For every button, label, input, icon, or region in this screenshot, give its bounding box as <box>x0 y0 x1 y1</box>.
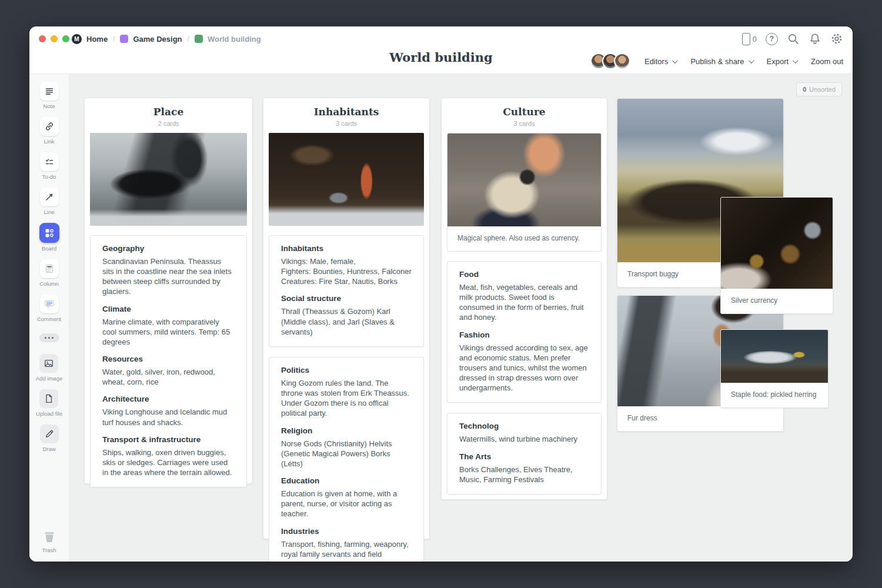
tool-column[interactable]: Column <box>39 259 59 287</box>
tool-add-image[interactable]: Add image <box>36 354 62 382</box>
trash-dropzone[interactable]: Trash <box>42 529 57 553</box>
tool-draw-label: Draw <box>42 446 55 452</box>
section-body: King Gozom rules the land. The throne wa… <box>281 378 412 419</box>
inhabitants-notes-card[interactable]: Inhabitants Vikings: Male, female, Fight… <box>269 235 424 347</box>
image-caption: Staple food: pickled herring <box>721 383 828 407</box>
column-title: Culture <box>447 106 602 118</box>
breadcrumb-game-design-label: Game Design <box>133 35 182 44</box>
minimize-window-button[interactable] <box>51 35 58 42</box>
staple-food-card[interactable]: Staple food: pickled herring <box>720 329 828 408</box>
column-culture[interactable]: Culture 3 cards Magical sphere. Also use… <box>441 98 607 500</box>
device-count: 0 <box>753 35 757 44</box>
more-icon <box>45 337 46 339</box>
publish-share-label: Publish & share <box>690 57 744 66</box>
section-heading: Politics <box>281 366 412 375</box>
tool-todo[interactable]: To-do <box>40 152 59 180</box>
chevron-down-icon <box>793 58 799 64</box>
maximize-window-button[interactable] <box>62 35 69 42</box>
section-heading: Transport & infrastructure <box>102 435 235 444</box>
section-heading: The Arts <box>459 452 589 461</box>
politics-notes-card[interactable]: Politics King Gozom rules the land. The … <box>269 357 424 562</box>
breadcrumb-home[interactable]: M Home <box>72 34 108 44</box>
tool-draw[interactable]: Draw <box>40 425 59 452</box>
desktop-background: M Home / Game Design / World building 0 <box>0 0 882 588</box>
device-sync-button[interactable]: 0 <box>742 33 757 45</box>
section-body: Transport, fishing, farming, weaponry, r… <box>281 539 412 562</box>
tool-sidebar: Note Link To-do Line Board <box>29 74 69 562</box>
help-button[interactable]: ? <box>766 33 778 45</box>
column-inhabitants[interactable]: Inhabitants 3 cards Inhabitants Vikings:… <box>263 98 430 539</box>
magical-sphere-image-card[interactable]: Magical sphere. Also used as currency. <box>447 133 602 252</box>
tool-board[interactable]: Board <box>39 223 59 252</box>
column-culture-header[interactable]: Culture 3 cards <box>447 98 602 133</box>
avatar <box>614 53 630 69</box>
hand-sphere-photo <box>447 133 601 226</box>
culture-notes-card[interactable]: Food Meat, fish, vegetables, cereals and… <box>447 261 602 403</box>
image-caption: Magical sphere. Also used as currency. <box>447 226 601 251</box>
breadcrumb: M Home / Game Design / World building <box>72 26 261 51</box>
section-heading: Food <box>459 270 589 279</box>
tool-add-image-label: Add image <box>36 375 62 382</box>
tool-link-label: Link <box>44 138 54 145</box>
tool-upload-file[interactable]: Upload file <box>36 389 62 417</box>
coins-photo <box>721 198 833 289</box>
section-body: Scandinavian Peninsula. Theassus sits in… <box>102 256 235 297</box>
tool-note[interactable]: Note <box>40 82 59 109</box>
column-card-count: 2 cards <box>90 120 247 127</box>
section-body: Vikings: Male, female, Fighters: Bountie… <box>281 256 412 286</box>
close-window-button[interactable] <box>39 35 46 42</box>
section-body: Water, gold, silver, iron, redwood, whea… <box>102 367 235 387</box>
chevron-down-icon <box>748 58 754 64</box>
silver-currency-card[interactable]: Silver currency <box>720 197 833 314</box>
column-title: Inhabitants <box>269 106 424 118</box>
notifications-button[interactable] <box>808 32 821 45</box>
mobile-device-icon <box>742 33 750 45</box>
more-tools-button[interactable] <box>39 333 59 342</box>
column-title: Place <box>90 106 247 118</box>
section-heading: Social structure <box>281 294 412 303</box>
editors-label: Editors <box>644 57 668 66</box>
image-caption: Silver currency <box>721 289 833 313</box>
section-body: Vikings dressed according to sex, age an… <box>459 343 589 393</box>
unsorted-badge[interactable]: 0 Unsorted <box>796 82 842 96</box>
bell-icon <box>808 32 821 45</box>
image-caption: Fur dress <box>617 406 783 431</box>
breadcrumb-home-label: Home <box>86 35 108 44</box>
section-heading: Religion <box>281 426 412 435</box>
tool-line-label: Line <box>44 209 55 215</box>
tool-line[interactable]: Line <box>40 188 59 215</box>
section-heading: Technolog <box>459 422 589 430</box>
todo-icon <box>44 156 55 167</box>
shipwreck-photo[interactable] <box>90 133 247 226</box>
tool-comment[interactable]: Comment <box>37 295 61 322</box>
zoom-out-button[interactable]: Zoom out <box>811 57 843 66</box>
column-place-header[interactable]: Place 2 cards <box>90 98 247 133</box>
export-menu-button[interactable]: Export <box>767 57 797 66</box>
tool-todo-label: To-do <box>42 173 56 180</box>
section-body: Education is given at home, with a paren… <box>281 489 412 519</box>
board-canvas[interactable]: 0 Unsorted Place 2 cards Geography Scand… <box>69 74 853 562</box>
search-button[interactable] <box>787 32 800 45</box>
column-inhabitants-header[interactable]: Inhabitants 3 cards <box>269 98 424 133</box>
breadcrumb-world-building[interactable]: World building <box>195 35 261 44</box>
trash-icon <box>42 529 57 544</box>
editors-menu-button[interactable]: Editors <box>644 57 676 66</box>
column-place[interactable]: Place 2 cards Geography Scandinavian Pen… <box>84 98 253 484</box>
editor-avatars[interactable] <box>590 53 630 69</box>
breadcrumb-game-design[interactable]: Game Design <box>120 35 182 44</box>
section-heading: Climate <box>102 305 235 313</box>
search-icon <box>787 32 800 45</box>
tool-link[interactable]: Link <box>40 117 59 145</box>
hut-woman-photo[interactable] <box>269 133 424 226</box>
section-body: Thrall (Theassus & Gozom) Karl (Middle c… <box>281 306 412 336</box>
board-icon-green <box>195 35 203 43</box>
section-body: Watermills, wind turbine machinery <box>459 434 589 444</box>
draw-icon <box>44 429 55 439</box>
note-icon <box>44 86 55 96</box>
technology-notes-card[interactable]: Technolog Watermills, wind turbine machi… <box>447 413 602 494</box>
fish-photo <box>721 330 828 383</box>
topbar-icon-group: 0 ? <box>742 26 843 51</box>
settings-button[interactable] <box>830 32 843 45</box>
place-notes-card[interactable]: Geography Scandinavian Peninsula. Theass… <box>90 235 247 487</box>
publish-share-menu-button[interactable]: Publish & share <box>690 57 752 66</box>
